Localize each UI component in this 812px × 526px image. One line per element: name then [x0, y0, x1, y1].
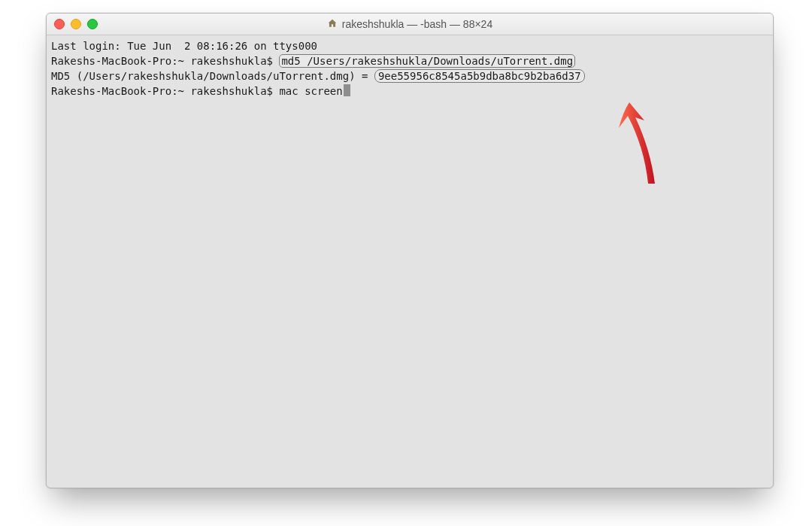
- home-icon: [327, 18, 338, 31]
- cursor-icon: [344, 84, 350, 96]
- annotation-arrow-icon: [614, 102, 659, 185]
- current-command: mac screen: [279, 85, 342, 97]
- md5-command: md5 /Users/rakeshshukla/Downloads/uTorre…: [279, 54, 575, 68]
- md5-output-prefix: MD5 (/Users/rakeshshukla/Downloads/uTorr…: [51, 70, 374, 82]
- login-line: Last login: Tue Jun 2 08:16:26 on ttys00…: [51, 40, 317, 52]
- traffic-lights: [47, 19, 98, 29]
- terminal-body[interactable]: Last login: Tue Jun 2 08:16:26 on ttys00…: [47, 35, 773, 102]
- prompt-2: Rakeshs-MacBook-Pro:~ rakeshshukla$: [51, 85, 279, 97]
- minimize-icon[interactable]: [71, 19, 81, 29]
- zoom-icon[interactable]: [87, 19, 98, 29]
- close-icon[interactable]: [54, 19, 65, 29]
- prompt-1: Rakeshs-MacBook-Pro:~ rakeshshukla$: [51, 55, 279, 67]
- titlebar: rakeshshukla — -bash — 88×24: [47, 14, 773, 35]
- window-title: rakeshshukla — -bash — 88×24: [47, 18, 773, 31]
- terminal-window: rakeshshukla — -bash — 88×24 Last login:…: [46, 13, 774, 488]
- window-title-text: rakeshshukla — -bash — 88×24: [342, 18, 492, 30]
- md5-hash: 9ee55956c8545a5b9dba8bc9b2ba6d37: [374, 69, 585, 83]
